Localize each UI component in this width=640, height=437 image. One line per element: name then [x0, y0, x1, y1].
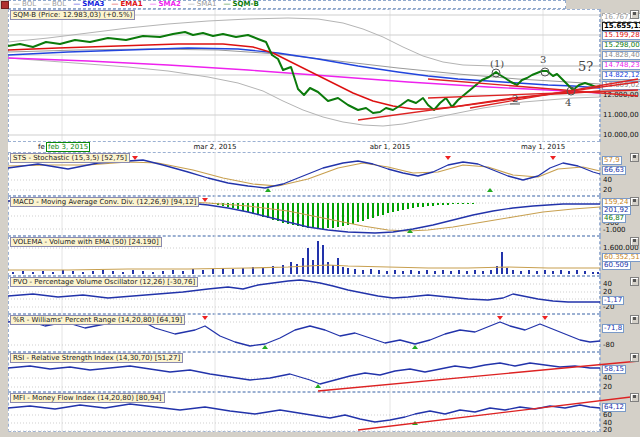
axis-tick: 20: [603, 427, 612, 434]
value-box: 57,9: [602, 156, 622, 165]
legend-item-bol: —BOL: [43, 1, 66, 8]
panel-title-pvo: PVO - Percentage Volume Oscillator (12,2…: [10, 277, 198, 287]
axis-tick: 20: [603, 289, 612, 296]
date-axis: fefeb 3, 2015mar 2, 2015abr 1, 2015may 1…: [8, 142, 600, 152]
legend-label: SMA3: [82, 1, 104, 8]
stochastic-axis: 402057,966,63: [600, 152, 640, 196]
williams-r-axis: -80-71,8: [600, 314, 640, 352]
panel-volume: 1.600.00060.352,5160.509 VOLEMA - Volume…: [8, 236, 640, 276]
panel-title-williams-r: %R - Williams' Percent Range (14,20,80) …: [10, 315, 185, 325]
panel-title-mfi: MFI - Money Flow Index (14,20,80) [80,94…: [10, 393, 165, 403]
date-tick: may 1, 2015: [521, 143, 565, 151]
value-box: 64,12: [602, 403, 626, 412]
legend-dash-icon: —: [188, 1, 195, 8]
legend-label: SMA1: [197, 1, 217, 8]
mfi-axis: 60402064,12: [600, 392, 640, 432]
value-box: 13.869,02: [602, 81, 640, 90]
panel-button-icon[interactable]: [630, 10, 639, 19]
axis-tick: 11.000,00: [603, 112, 639, 119]
legend-item-sqm-b: —SQM-B: [224, 1, 259, 8]
legend-bar: —BOL—BOL—SMA3—EMA1—SMA2—SMA1—SQM-B: [8, 0, 566, 9]
legend-label: EMA1: [120, 1, 142, 8]
panel-mfi: 60402064,12 MFI - Money Flow Index (14,2…: [8, 392, 640, 432]
legend-dash-icon: —: [150, 1, 157, 8]
panel-macd: -500-1.000159,24201,9246,87 MACD - Movin…: [8, 196, 640, 236]
axis-tick: 40: [603, 375, 612, 382]
panel-button-icon[interactable]: [630, 315, 639, 324]
panel-title-macd: MACD - Moving Average Conv. Div. (12,26,…: [10, 197, 199, 207]
axis-tick: 40: [603, 281, 612, 288]
panel-title-rsi: RSI - Relative Strength Index (14,30,70)…: [10, 353, 183, 363]
axis-tick: 20: [603, 187, 612, 194]
legend-item-sma1: —SMA1: [188, 1, 217, 8]
panel-williams-r: -80-71,8 %R - Williams' Percent Range (1…: [8, 314, 640, 352]
axis-tick: -80: [603, 342, 614, 349]
value-box: 15.298,00: [602, 41, 640, 50]
axis-tick: 12.000,00: [603, 92, 639, 99]
value-box: 60.509: [602, 261, 631, 270]
value-box: 15.199,28: [602, 31, 640, 40]
legend-dash-icon: —: [13, 1, 20, 8]
legend-dash-icon: —: [43, 1, 50, 8]
axis-tick: 1.600.000: [603, 245, 639, 252]
panel-pvo: 4020-20-1,17 PVO - Percentage Volume Osc…: [8, 276, 640, 314]
date-label-partial: fe: [38, 143, 45, 151]
panel-button-icon[interactable]: [630, 197, 639, 206]
legend-label: SQM-B: [233, 1, 259, 8]
date-tick: abr 1, 2015: [370, 143, 411, 151]
volume-axis: 1.600.00060.352,5160.509: [600, 236, 640, 276]
panel-button-icon[interactable]: [630, 393, 639, 402]
panel-rsi: 402058,15 RSI - Relative Strength Index …: [8, 352, 640, 392]
date-tick: mar 2, 2015: [194, 143, 237, 151]
rsi-axis: 402058,15: [600, 352, 640, 392]
chart-application-window: —BOL—BOL—SMA3—EMA1—SMA2—SMA1—SQM-B 12.00…: [0, 0, 640, 437]
axis-tick: 60: [603, 412, 612, 419]
panel-button-icon[interactable]: [630, 277, 639, 286]
legend-label: BOL: [52, 1, 66, 8]
legend-item-bol: —BOL: [13, 1, 36, 8]
value-box: 46,87: [602, 214, 626, 223]
macd-axis: -500-1.000159,24201,9246,87: [600, 196, 640, 236]
pvo-axis: 4020-20-1,17: [600, 276, 640, 314]
axis-tick: 40: [603, 177, 612, 184]
legend-dash-icon: —: [111, 1, 118, 8]
value-box: 14.822,12: [602, 71, 640, 80]
app-icon: [1, 1, 9, 9]
panel-button-icon[interactable]: [630, 237, 639, 246]
axis-tick: -20: [603, 304, 614, 311]
axis-tick: 20: [603, 384, 612, 391]
date-cursor-box[interactable]: feb 3, 2015: [46, 142, 90, 152]
panel-stochastic: 402057,966,63 STS - Stochastic (15,3,5) …: [8, 152, 640, 196]
value-box: 66,63: [602, 166, 626, 175]
axis-tick: -1.000: [603, 227, 626, 234]
price-axis: 12.000,0011.000,0010.000,0016.767,7815.6…: [600, 9, 640, 142]
legend-label: BOL: [22, 1, 36, 8]
legend-dash-icon: —: [224, 1, 231, 8]
panel-button-icon[interactable]: [630, 353, 639, 362]
legend-item-sma3: —SMA3: [73, 1, 104, 8]
value-box: 15.655,13: [602, 22, 640, 31]
panel-button-icon[interactable]: [630, 153, 639, 162]
axis-tick: 10.000,00: [603, 132, 639, 139]
panel-title-stochastic: STS - Stochastic (15,3,5) [52,75]: [10, 153, 130, 163]
legend-label: SMA2: [159, 1, 181, 8]
legend-item-sma2: —SMA2: [150, 1, 181, 8]
legend-dash-icon: —: [73, 1, 80, 8]
chart-title-main: SQM-B (Price: 12.983,03) (+0.5%): [10, 10, 135, 20]
value-box: -71,8: [602, 324, 624, 333]
value-box: -1,17: [602, 296, 624, 305]
chart-area-main[interactable]: [8, 9, 600, 142]
panel-main-price: 12.000,0011.000,0010.000,0016.767,7815.6…: [8, 9, 640, 142]
panel-title-volume: VOLEMA - Volume with EMA (50) [24.190]: [10, 237, 162, 247]
value-box: 58,15: [602, 365, 626, 374]
value-box: 14.828,40: [602, 51, 640, 60]
legend-item-ema1: —EMA1: [111, 1, 142, 8]
value-box: 14.748,23: [602, 61, 640, 70]
